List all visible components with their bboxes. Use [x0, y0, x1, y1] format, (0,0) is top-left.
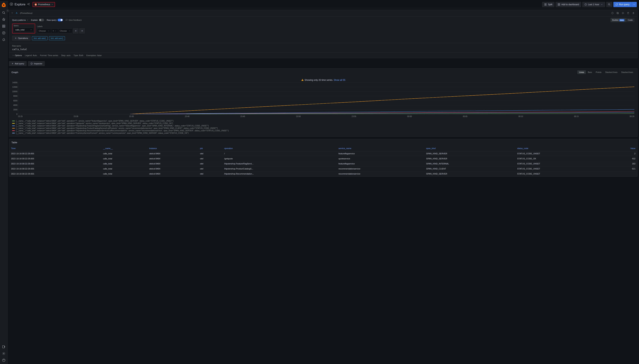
grafana-logo-icon[interactable]	[1, 2, 6, 8]
graph-mode-bars[interactable]: Bars	[586, 70, 594, 74]
sidebar-signin[interactable]	[1, 344, 7, 350]
graph-warning: Showing only 20 time series. Show all 55	[9, 76, 637, 82]
graph-mode-stacked-lines[interactable]: Stacked lines	[603, 70, 619, 74]
table-header[interactable]: __name__	[101, 146, 148, 151]
metric-label: Metric	[14, 25, 34, 27]
query-drag-icon[interactable]	[631, 11, 636, 15]
label-value-select[interactable]: Choose	[58, 28, 72, 33]
add-to-dashboard-button[interactable]: Add to dashboard	[556, 2, 581, 7]
label-remove-button[interactable]	[73, 28, 78, 34]
label-operator-select[interactable]: =	[51, 28, 58, 33]
legend-item[interactable]: {__name__="calls_total", instance="otelc…	[12, 120, 634, 122]
label-add-button[interactable]	[80, 28, 85, 34]
table-header[interactable]: span_kind	[424, 146, 515, 151]
x-tick: 23:45	[240, 116, 245, 118]
chart-area[interactable]: 02000400060008000100001200014000	[18, 82, 634, 114]
datasource-picker[interactable]: Prometheus	[32, 2, 55, 7]
sidebar-alerting[interactable]	[1, 37, 7, 43]
label-name-select[interactable]: Choose	[37, 28, 51, 33]
table-cell: 2022-10-16 00:22:29.655	[9, 151, 101, 156]
explain-toggle[interactable]	[39, 19, 44, 21]
apps-icon	[558, 3, 560, 6]
time-range-picker[interactable]: Last 1 hour	[582, 2, 605, 7]
table-header[interactable]: service_name	[337, 146, 424, 151]
y-tick: 12000	[11, 86, 18, 88]
table-header[interactable]: status_code	[515, 146, 607, 151]
raw-query-label: Raw query	[47, 19, 57, 21]
table-row[interactable]: 2022-10-16 00:22:29.655calls_totalotelco…	[9, 171, 637, 176]
query-patterns-dropdown[interactable]: Query patterns	[12, 19, 28, 21]
table-row[interactable]: 2022-10-16 00:22:29.655calls_totalotelco…	[9, 161, 637, 166]
sidebar-dashboards[interactable]	[1, 23, 7, 29]
y-tick: 2000	[11, 108, 18, 110]
builder-mode-button[interactable]: BuilderBeta	[610, 18, 626, 22]
graph-modes: Lines Bars Points Stacked lines Stacked …	[577, 70, 635, 74]
run-query-button[interactable]: Run query	[613, 2, 632, 7]
legend-item[interactable]: {__name__="calls_total", instance="otelc…	[12, 132, 634, 134]
query-history-icon[interactable]	[610, 11, 614, 15]
table-title: Table	[12, 141, 17, 144]
legend-label: {__name__="calls_total", instance="otelc…	[16, 130, 229, 132]
share-icon[interactable]	[27, 2, 30, 6]
svg-rect-16	[546, 4, 546, 5]
data-table: Time__name__instancejoboperationservice_…	[9, 146, 637, 176]
collapse-query-icon[interactable]	[11, 12, 13, 14]
query-toggle-icon[interactable]	[621, 11, 625, 15]
svg-point-13	[29, 5, 29, 5]
options-toggle[interactable]: Options	[12, 54, 22, 56]
table-header[interactable]: instance	[147, 146, 198, 151]
table-header[interactable]: Time	[9, 146, 101, 151]
legend-item[interactable]: {__name__="calls_total", instance="otelc…	[12, 127, 634, 130]
graph-mode-points[interactable]: Points	[594, 70, 604, 74]
sidebar-starred[interactable]	[1, 16, 7, 22]
code-mode-button[interactable]: Code	[626, 18, 634, 22]
graph-panel: Graph Lines Bars Points Stacked lines St…	[9, 68, 638, 137]
x-tick: 00:05	[463, 116, 468, 118]
run-query-dropdown[interactable]	[632, 2, 637, 7]
legend-item[interactable]: {__name__="calls_total", instance="otelc…	[12, 124, 634, 127]
legend-item[interactable]: {__name__="calls_total", instance="otelc…	[12, 122, 634, 124]
legend-item[interactable]: {__name__="calls_total", instance="otelc…	[12, 130, 634, 132]
table-cell: /getquote	[222, 156, 336, 161]
table-header[interactable]: Value	[607, 146, 637, 151]
inspector-button[interactable]: Inspector	[28, 61, 45, 66]
comment-icon	[66, 19, 68, 21]
query-delete-icon[interactable]	[626, 11, 630, 15]
show-all-link[interactable]: Show all 55	[334, 79, 345, 81]
sidebar-expand-icon[interactable]	[6, 9, 9, 12]
svg-rect-18	[559, 3, 560, 4]
metric-select[interactable]: calls_total	[14, 28, 34, 32]
table-cell: otelcol:9464	[147, 166, 198, 171]
sidebar-explore[interactable]	[1, 30, 7, 36]
sidebar-search[interactable]	[1, 10, 7, 16]
table-row[interactable]: 2022-10-16 00:22:29.655calls_totalotelco…	[9, 151, 637, 156]
graph-mode-lines[interactable]: Lines	[577, 70, 586, 74]
sidebar-configuration[interactable]	[1, 350, 7, 356]
raw-query-toggle[interactable]	[58, 19, 63, 21]
table-row[interactable]: 2022-10-16 00:22:29.655calls_totalotelco…	[9, 166, 637, 171]
zoom-out-button[interactable]	[606, 2, 612, 7]
graph-mode-stacked-bars[interactable]: Stacked bars	[619, 70, 635, 74]
hint-add-rate[interactable]: hint: add rate()	[32, 36, 48, 40]
svg-point-28	[634, 12, 634, 13]
give-feedback-link[interactable]: Give feedback	[66, 19, 82, 21]
table-row[interactable]: 2022-10-16 00:22:29.655calls_totalotelco…	[9, 156, 637, 161]
svg-rect-25	[617, 12, 618, 14]
y-tick: 10000	[11, 90, 18, 92]
split-button[interactable]: Split	[542, 2, 554, 7]
add-query-button[interactable]: Add query	[9, 61, 26, 66]
chevron-down-icon	[30, 29, 32, 31]
table-header[interactable]: operation	[222, 146, 336, 151]
table-header[interactable]: job	[198, 146, 222, 151]
query-copy-icon[interactable]	[616, 11, 620, 15]
svg-rect-24	[617, 13, 618, 14]
chevron-down-icon	[69, 30, 70, 32]
sidebar-help[interactable]	[1, 357, 7, 363]
table-cell: 182	[607, 161, 637, 166]
hint-add-sum[interactable]: hint: add sum()	[49, 36, 65, 40]
operations-button[interactable]: Operations	[12, 36, 30, 40]
table-cell: /hipstershop.ProductCatalogS...	[222, 166, 336, 171]
legend-label: {__name__="calls_total", instance="otelc…	[16, 120, 174, 122]
table-cell: recommendationservice	[337, 171, 424, 176]
compass-icon	[10, 2, 13, 6]
